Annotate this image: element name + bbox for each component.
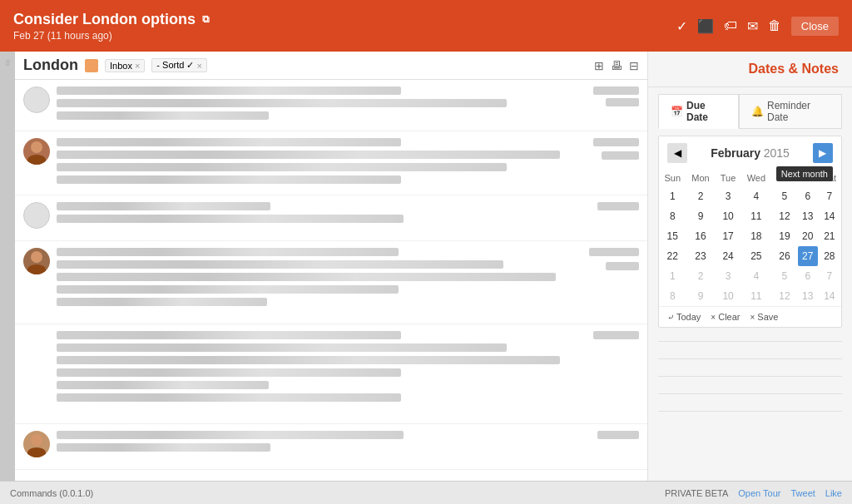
header-subtitle: Feb 27 (11 hours ago) — [13, 30, 210, 42]
calendar-year: 2015 — [764, 146, 790, 160]
calendar-day-cell[interactable]: 18 — [741, 226, 771, 246]
bottom-bar-right: PRIVATE BETA Open Tour Tweet Like — [665, 488, 842, 498]
list-item[interactable] — [15, 80, 647, 131]
email-list — [15, 80, 647, 481]
calendar-day-cell[interactable]: 12 — [771, 206, 798, 226]
calendar-day-cell[interactable]: 24 — [716, 246, 741, 266]
header: Consider London options ⧉ Feb 27 (11 hou… — [0, 0, 852, 52]
calendar-day-cell: 3 — [716, 266, 741, 286]
blur-line — [57, 273, 556, 281]
left-label: lis — [4, 60, 12, 67]
calendar-day-cell[interactable]: 6 — [798, 186, 818, 206]
blur-block — [606, 262, 639, 270]
list-item[interactable] — [15, 131, 647, 195]
blur-block — [593, 138, 639, 146]
calendar-day-cell[interactable]: 14 — [818, 206, 841, 226]
blur-line — [57, 285, 399, 294]
avatar — [23, 248, 50, 274]
title-text: Consider London options — [13, 11, 196, 28]
version-label: Commands (0.0.1.0) — [10, 488, 93, 498]
checkmark-icon[interactable]: ✓ — [676, 18, 687, 34]
blur-line — [57, 215, 404, 223]
calendar: ◀ February 2015 ▶ Next month SunMonTueWe… — [658, 136, 842, 328]
dates-notes-title: Dates & Notes — [648, 52, 852, 87]
tab-due-date[interactable]: 📅 Due Date — [658, 94, 739, 129]
print-icon[interactable]: 🖶 — [611, 59, 622, 72]
blur-block — [597, 431, 639, 439]
calendar-day-cell[interactable]: 27 — [798, 246, 818, 266]
calendar-day-cell[interactable]: 7 — [818, 186, 841, 206]
open-tour-link[interactable]: Open Tour — [738, 488, 780, 498]
beta-label: PRIVATE BETA — [665, 488, 728, 498]
calendar-day-cell: 10 — [716, 286, 741, 306]
calendar-day-cell: 4 — [741, 266, 771, 286]
next-month-tooltip: Next month — [776, 166, 833, 181]
calendar-day-cell[interactable]: 25 — [741, 246, 771, 266]
note-line — [658, 411, 842, 412]
list-item[interactable] — [15, 241, 647, 324]
external-link-icon[interactable]: ⧉ — [202, 13, 210, 25]
list-item[interactable] — [15, 324, 647, 424]
save-button[interactable]: × Save — [750, 312, 779, 322]
prev-month-button[interactable]: ◀ — [667, 143, 687, 163]
bell-icon: 🔔 — [751, 106, 764, 117]
calendar-day-cell[interactable]: 28 — [818, 246, 841, 266]
calendar-day-cell[interactable]: 15 — [659, 226, 686, 246]
calendar-day-cell[interactable]: 17 — [716, 226, 741, 246]
like-link[interactable]: Like — [825, 488, 842, 498]
calendar-week-row: 1234567 — [659, 186, 841, 206]
filter-inbox-remove[interactable]: × — [135, 61, 140, 71]
next-month-button[interactable]: ▶ — [813, 143, 833, 163]
header-actions: ✓ ⬛ 🏷 ✉ 🗑 Close — [676, 17, 839, 36]
clear-button[interactable]: × Clear — [711, 312, 740, 322]
filter-sortd-remove[interactable]: × — [196, 61, 201, 71]
calendar-day-cell[interactable]: 20 — [798, 226, 818, 246]
calendar-day-cell[interactable]: 26 — [771, 246, 798, 266]
calendar-day-cell: 1 — [659, 266, 686, 286]
calendar-day-cell[interactable]: 9 — [686, 206, 716, 226]
calendar-day-cell[interactable]: 23 — [686, 246, 716, 266]
close-button[interactable]: Close — [791, 17, 839, 36]
mail-icon[interactable]: ✉ — [747, 18, 758, 34]
today-icon: ⤶ — [667, 313, 674, 322]
today-button[interactable]: ⤶ Today — [667, 312, 701, 322]
calendar-day-cell[interactable]: 1 — [659, 186, 686, 206]
next-month-container: ▶ Next month — [813, 143, 833, 163]
calendar-day-cell[interactable]: 10 — [716, 206, 741, 226]
tag-color-indicator — [85, 59, 98, 72]
filter-sortd[interactable]: - Sortd ✓ × — [151, 58, 207, 72]
email-meta — [593, 138, 639, 160]
calendar-day-cell[interactable]: 3 — [716, 186, 741, 206]
blur-line — [57, 99, 507, 107]
tab-reminder-date[interactable]: 🔔 Reminder Date — [739, 94, 842, 129]
calendar-day-cell[interactable]: 13 — [798, 206, 818, 226]
tweet-link[interactable]: Tweet — [790, 488, 815, 498]
grid-icon[interactable]: ⊞ — [594, 59, 604, 72]
calendar-day-cell[interactable]: 22 — [659, 246, 686, 266]
header-title: Consider London options ⧉ — [13, 11, 210, 28]
calendar-day-cell[interactable]: 19 — [771, 226, 798, 246]
blur-block — [589, 248, 639, 256]
calendar-day-cell[interactable]: 5 — [771, 186, 798, 206]
note-line — [658, 376, 842, 377]
columns-icon[interactable]: ⊟ — [629, 59, 639, 72]
calendar-day-cell[interactable]: 4 — [741, 186, 771, 206]
bookmark-icon[interactable]: ⬛ — [697, 18, 714, 34]
blur-line — [57, 86, 401, 95]
calendar-header: ◀ February 2015 ▶ Next month — [659, 136, 841, 170]
list-item[interactable] — [15, 424, 647, 470]
tag-icon[interactable]: 🏷 — [724, 18, 737, 33]
calendar-day-cell[interactable]: 2 — [686, 186, 716, 206]
blur-line — [57, 443, 270, 452]
calendar-day-cell[interactable]: 11 — [741, 206, 771, 226]
filter-inbox[interactable]: Inbox × — [105, 59, 145, 72]
calendar-day-cell[interactable]: 21 — [818, 226, 841, 246]
calendar-day-cell[interactable]: 8 — [659, 206, 686, 226]
list-item[interactable] — [15, 195, 647, 241]
calendar-grid: SunMonTueWedThuFriSat 123456789101112131… — [659, 170, 841, 306]
calendar-day-cell: 6 — [798, 266, 818, 286]
avatar — [23, 202, 50, 229]
calendar-day-cell[interactable]: 16 — [686, 226, 716, 246]
calendar-day-cell: 8 — [659, 286, 686, 306]
trash-icon[interactable]: 🗑 — [768, 18, 781, 33]
